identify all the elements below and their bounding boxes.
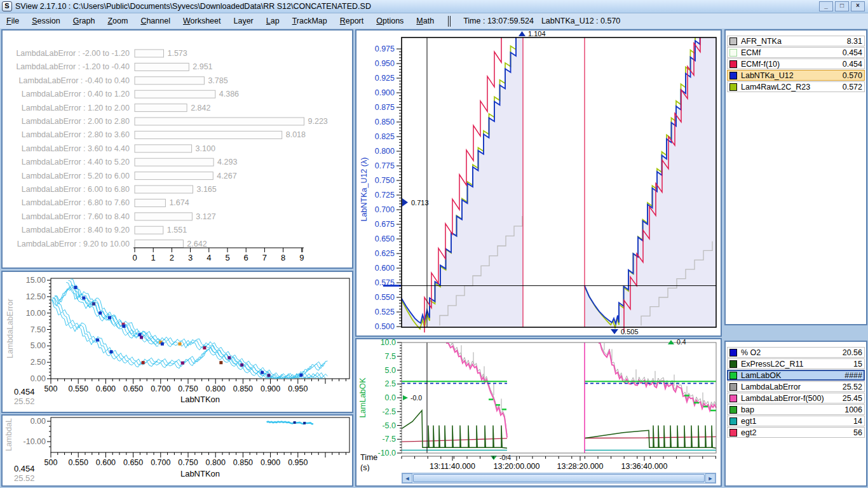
svg-text:LambdaLabError : 4.40 to 5.20: LambdaLabError : 4.40 to 5.20	[22, 158, 130, 166]
svg-text:12.50: 12.50	[26, 292, 46, 301]
menu-item-channel[interactable]: Channel	[134, 15, 177, 27]
menu-items: FileSessionGraphZoomChannelWorksheetLaye…	[0, 15, 440, 27]
svg-text:LambdaLabError : 6.80 to 7.60: LambdaLabError : 6.80 to 7.60	[22, 198, 130, 207]
svg-text:LambdaLabError : 1.20 to 2.00: LambdaLabError : 1.20 to 2.00	[22, 104, 130, 112]
svg-text:-10.0: -10.0	[378, 449, 397, 458]
svg-text:7.5: 7.5	[385, 352, 396, 361]
svg-text:0.800: 0.800	[375, 147, 395, 156]
minimize-button-icon[interactable]: _	[819, 1, 833, 11]
channel-row-egt1[interactable]: egt114	[727, 416, 865, 426]
channel-name: ExPressL2C_R11	[741, 360, 851, 369]
svg-text:-5.0: -5.0	[382, 421, 396, 430]
channel-value: 20.56	[843, 348, 862, 357]
svg-text:9: 9	[299, 253, 304, 262]
scatter-panel[interactable]: 15.0012.5010.007.505.002.500.005000.5500…	[1, 271, 353, 413]
close-button-icon[interactable]: ×	[851, 1, 865, 11]
channel-list-bottom-panel: % O220.56ExPressL2C_R1115LamLabOK####Lam…	[724, 341, 867, 487]
svg-text:0.650: 0.650	[375, 234, 395, 243]
max-marker-icon	[519, 31, 526, 36]
status-time: Time : 13:07:59.524	[463, 17, 534, 25]
menu-item-file[interactable]: File	[0, 15, 25, 27]
svg-text:0.900: 0.900	[261, 458, 280, 467]
svg-text:0.4: 0.4	[677, 339, 686, 346]
svg-text:13:11:40.000: 13:11:40.000	[430, 462, 475, 471]
menu-item-worksheet[interactable]: Worksheet	[177, 15, 227, 27]
svg-text:0.775: 0.775	[375, 161, 395, 170]
channel-list-bottom: % O220.56ExPressL2C_R1115LamLabOK####Lam…	[726, 342, 866, 438]
channel-row-labntka-u12[interactable]: LabNTKa_U120.570	[727, 70, 865, 81]
svg-text:2.5: 2.5	[385, 379, 396, 388]
restore-button-icon[interactable]: □	[835, 1, 849, 11]
svg-text:0.505: 0.505	[621, 328, 639, 336]
svg-text:0.850: 0.850	[375, 118, 395, 126]
svg-text:25.52: 25.52	[14, 396, 35, 406]
svg-text:Time: Time	[360, 453, 377, 462]
channel-name: LabNTKa_U12	[741, 71, 840, 80]
svg-text:0.850: 0.850	[233, 458, 253, 467]
scatter2-panel[interactable]: 0.00-10.005000.5500.6000.6500.7000.7500.…	[1, 414, 353, 487]
svg-text:LambdaLabError : 3.60 to 4.40: LambdaLabError : 3.60 to 4.40	[22, 144, 130, 153]
svg-text:0.800: 0.800	[206, 384, 226, 393]
svg-text:LabNTKon: LabNTKon	[180, 469, 220, 478]
channel-row-egt2[interactable]: egt256	[727, 427, 865, 438]
svg-text:25.52: 25.52	[14, 473, 35, 483]
channel-row-ecmf[interactable]: ECMf0.454	[727, 47, 865, 58]
title-bar: S SView 2.17.10 : C:\Users\Public\Docume…	[0, 0, 868, 13]
channel-row-expressl2c-r11[interactable]: ExPressL2C_R1115	[727, 358, 865, 369]
svg-text:0.550: 0.550	[69, 384, 88, 393]
svg-text:0.800: 0.800	[206, 458, 226, 467]
menu-item-session[interactable]: Session	[25, 15, 66, 27]
menu-item-report[interactable]: Report	[334, 15, 370, 27]
time-scrollbar[interactable]: ◄ ►	[402, 473, 716, 484]
svg-text:0.900: 0.900	[375, 88, 395, 97]
scrollbar-right-arrow-icon[interactable]: ►	[705, 473, 715, 483]
channel-color-swatch	[729, 72, 737, 79]
svg-text:500: 500	[44, 458, 58, 467]
channel-row-lambdalaberror-f-500-[interactable]: LambdaLabError-f(500)25.45	[727, 393, 865, 403]
channel-row-lam4rawl2c-r23[interactable]: Lam4RawL2C_R230.572	[727, 81, 865, 92]
channel-row-ecmf-f-10-[interactable]: ECMf-f(10)0.454	[727, 58, 865, 69]
channel-color-swatch	[729, 49, 737, 57]
svg-text:-0.0: -0.0	[410, 394, 422, 402]
histogram-panel[interactable]: LambdaLabError : -2.00 to -1.201.573Lamb…	[1, 29, 353, 269]
menu-item-options[interactable]: Options	[370, 15, 410, 27]
main-chart: 0.5000.5250.5500.5750.6000.6250.6500.675…	[356, 30, 721, 336]
channel-row-lambdalaberror[interactable]: LambdaLabError25.52	[727, 381, 865, 392]
menu-item-trackmap[interactable]: TrackMap	[286, 15, 334, 27]
svg-text:15.00: 15.00	[26, 276, 46, 285]
menu-item-graph[interactable]: Graph	[67, 15, 102, 27]
menu-item-math[interactable]: Math	[410, 15, 440, 27]
svg-text:1: 1	[151, 253, 156, 262]
status-channel-value: LabNTKa_U12 : 0.570	[541, 17, 620, 25]
channel-name: LamLabOK	[741, 371, 842, 380]
svg-text:LabNTKon: LabNTKon	[180, 395, 220, 404]
svg-text:13:36:40.000: 13:36:40.000	[621, 462, 668, 471]
menu-item-zoom[interactable]: Zoom	[101, 15, 134, 27]
min-marker-icon	[611, 329, 618, 334]
svg-text:0.925: 0.925	[375, 74, 395, 83]
channel-row-bap[interactable]: bap1006	[727, 404, 865, 415]
svg-text:0.575: 0.575	[375, 278, 395, 287]
channel-row--o2[interactable]: % O220.56	[727, 347, 865, 358]
menu-item-layer[interactable]: Layer	[227, 15, 259, 27]
svg-text:0.950: 0.950	[375, 59, 395, 68]
svg-text:-10.00: -10.00	[24, 437, 46, 446]
svg-text:0.454: 0.454	[14, 387, 35, 396]
bottom-chart-panel[interactable]: 10.07.55.02.50.0-2.5-5.0-7.5-10.0LamLabO…	[355, 338, 722, 487]
svg-text:LambdaLabError : -0.40 to 0.40: LambdaLabError : -0.40 to 0.40	[19, 76, 130, 85]
svg-text:0.900: 0.900	[261, 384, 280, 393]
channel-row-lamlabok[interactable]: LamLabOK####	[727, 370, 865, 381]
main-chart-panel[interactable]: 0.5000.5250.5500.5750.6000.6250.6500.675…	[355, 29, 722, 337]
svg-text:4.267: 4.267	[217, 172, 236, 180]
scrollbar-thumb[interactable]	[413, 474, 705, 482]
channel-row-afr-ntka[interactable]: AFR_NTKa8.31	[727, 36, 865, 46]
menu-item-lap[interactable]: Lap	[260, 15, 286, 27]
svg-text:0.950: 0.950	[288, 458, 308, 467]
svg-text:3.785: 3.785	[208, 76, 227, 85]
scrollbar-left-arrow-icon[interactable]: ◄	[402, 473, 412, 483]
svg-text:0.454: 0.454	[14, 464, 35, 473]
svg-text:LambdaLabError : 6.00 to 6.80: LambdaLabError : 6.00 to 6.80	[22, 185, 130, 194]
svg-text:1.573: 1.573	[167, 49, 187, 58]
channel-name: egt1	[741, 417, 851, 426]
channel-name: ECMf	[741, 48, 840, 57]
